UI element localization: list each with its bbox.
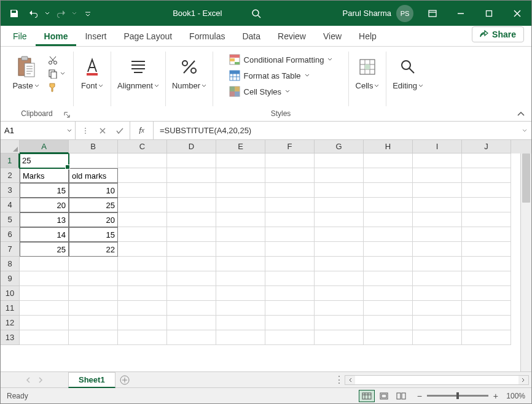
cell[interactable] [265,316,315,330]
cell[interactable]: 15 [20,183,69,198]
cell[interactable] [315,183,364,198]
horizontal-scrollbar[interactable] [345,375,529,385]
cell[interactable] [315,168,364,183]
cell[interactable] [413,212,462,227]
cell[interactable] [364,153,413,168]
redo-button[interactable] [52,5,69,22]
cell[interactable] [167,168,216,183]
enter-formula-button[interactable] [112,123,127,138]
format-as-table-button[interactable]: Format as Table [229,70,333,81]
cell[interactable] [265,198,315,212]
cell[interactable] [315,316,364,330]
cell[interactable] [69,153,118,168]
share-button[interactable]: Share [472,26,524,42]
cell[interactable]: 25 [20,242,69,257]
cell[interactable] [364,212,413,227]
zoom-out-button[interactable]: − [417,391,422,401]
tab-data[interactable]: Data [233,26,269,46]
tab-formulas[interactable]: Formulas [181,26,233,46]
cell[interactable] [413,198,462,212]
cell[interactable] [315,330,364,345]
cell[interactable] [20,301,69,316]
cell[interactable] [413,330,462,345]
cell[interactable] [167,286,216,301]
cell[interactable] [20,316,69,330]
cell[interactable] [413,301,462,316]
cell[interactable] [118,183,167,198]
cell[interactable] [364,330,413,345]
cell[interactable] [364,198,413,212]
add-sheet-button[interactable] [115,375,134,385]
cell[interactable] [265,242,315,257]
cell[interactable] [265,301,315,316]
collapse-ribbon-icon[interactable] [517,110,525,118]
cell[interactable] [462,257,511,271]
cell[interactable] [69,257,118,271]
minimize-button[interactable] [447,1,475,26]
cell[interactable] [413,286,462,301]
zoom-slider[interactable] [427,395,488,397]
cell[interactable] [364,316,413,330]
cell[interactable] [216,183,265,198]
row-header[interactable]: 1 [1,153,20,168]
cell[interactable] [462,330,511,345]
cell[interactable] [118,316,167,330]
row-header[interactable]: 8 [1,257,20,271]
cell[interactable] [413,271,462,286]
cell[interactable] [167,198,216,212]
cell[interactable] [315,198,364,212]
cell[interactable] [462,183,511,198]
cell[interactable] [216,153,265,168]
cell[interactable] [167,153,216,168]
functions-dropdown-button[interactable] [78,123,93,138]
column-header[interactable]: I [413,140,462,153]
cell[interactable] [167,212,216,227]
row-header[interactable]: 7 [1,242,20,257]
cell[interactable] [167,316,216,330]
scroll-right-icon[interactable] [518,376,528,384]
cell[interactable] [315,257,364,271]
column-header[interactable]: E [216,140,265,153]
avatar[interactable]: PS [396,5,413,22]
tab-help[interactable]: Help [350,26,385,46]
cell[interactable] [167,301,216,316]
formula-bar[interactable]: =SUBSTITUTE(A4,20,25) [154,122,531,139]
sheet-nav-next-icon[interactable] [38,377,43,383]
cell[interactable] [118,242,167,257]
font-group-button[interactable]: Font [77,52,107,93]
cell[interactable] [167,183,216,198]
cell[interactable] [216,198,265,212]
ribbon-display-button[interactable] [418,1,447,26]
cell[interactable] [118,330,167,345]
select-all-button[interactable] [1,140,20,153]
column-header[interactable]: F [265,140,315,153]
fx-button[interactable]: fx [130,122,154,139]
editing-group-button[interactable]: Editing [389,52,427,93]
column-header[interactable]: B [69,140,118,153]
cell[interactable] [265,271,315,286]
cell[interactable] [69,330,118,345]
tab-insert[interactable]: Insert [76,26,115,46]
cell[interactable] [265,257,315,271]
format-painter-button[interactable] [48,82,65,92]
vertical-scrollbar[interactable] [520,153,531,371]
cell[interactable] [216,242,265,257]
cell[interactable] [413,316,462,330]
cell[interactable] [462,286,511,301]
maximize-button[interactable] [475,1,503,26]
cell[interactable] [315,301,364,316]
cell[interactable]: 10 [69,183,118,198]
row-header[interactable]: 4 [1,198,20,212]
cell[interactable] [315,153,364,168]
cell[interactable] [364,227,413,242]
cell[interactable] [462,316,511,330]
undo-button[interactable] [25,5,42,22]
cell[interactable] [413,242,462,257]
cell[interactable] [167,227,216,242]
qat-customize-button[interactable] [79,5,96,22]
page-layout-view-button[interactable] [376,390,392,402]
cell[interactable]: 25 [20,153,69,168]
cell[interactable] [462,242,511,257]
cell[interactable]: 25 [69,198,118,212]
page-break-view-button[interactable] [393,390,409,402]
